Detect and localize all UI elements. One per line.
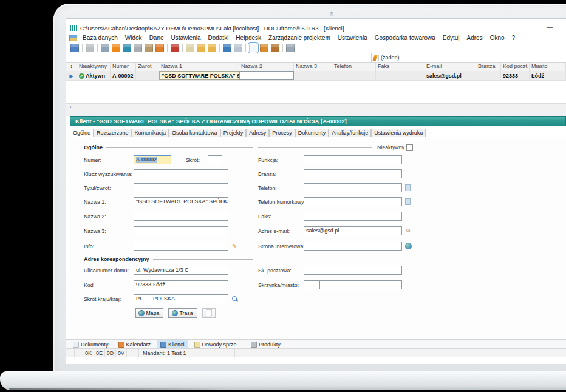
cell-branza[interactable] bbox=[476, 71, 501, 80]
scroll-left-button[interactable]: ‹ bbox=[66, 104, 75, 111]
tab-adresy[interactable]: Adresy bbox=[246, 129, 269, 137]
workspace-tab-dowody-sprze[interactable]: Dowody sprze... bbox=[191, 340, 245, 349]
column-header-kod-poczt[interactable]: Kod poczt... bbox=[501, 63, 530, 71]
workspace-tab-dokumenty[interactable]: Dokumenty bbox=[69, 340, 112, 349]
tytul-field-1[interactable] bbox=[134, 183, 163, 192]
menu-item-gospodarka-towarowa[interactable]: Gospodarka towarowa bbox=[371, 35, 439, 41]
print-icon[interactable] bbox=[86, 44, 94, 52]
folder-open-icon[interactable] bbox=[197, 44, 205, 52]
cell-nieaktywny[interactable]: ✓Aktywn bbox=[77, 71, 111, 80]
menu-item-ustawienia[interactable]: Ustawienia bbox=[334, 35, 371, 41]
menu-item-dodatki[interactable]: Dodatki bbox=[204, 35, 232, 41]
menu-item-ustawienia[interactable]: Ustawienia bbox=[168, 35, 205, 41]
notebook-icon[interactable] bbox=[123, 44, 131, 52]
send-email-icon[interactable]: ✉ bbox=[406, 228, 411, 234]
tel-kom-field[interactable] bbox=[304, 197, 402, 206]
tab-osoba-kontaktowa[interactable]: Osoba kontaktowa bbox=[169, 129, 220, 137]
info-field[interactable] bbox=[134, 242, 228, 251]
tab-dokumenty[interactable]: Dokumenty bbox=[295, 129, 329, 137]
tab-procesy[interactable]: Procesy bbox=[269, 129, 295, 137]
menu-item-[interactable]: ? bbox=[508, 35, 519, 41]
menu-item-helpdesk[interactable]: Helpdesk bbox=[232, 35, 265, 41]
workspace-tab-kalendarz[interactable]: Kalendarz bbox=[115, 340, 155, 349]
horizontal-scrollbar[interactable]: ‹ bbox=[66, 103, 566, 112]
numer-field[interactable]: A-00002 bbox=[134, 155, 171, 164]
cell-nazwa-3[interactable] bbox=[294, 71, 332, 80]
tab-analizy-funkcje[interactable]: Analizy/funkcje bbox=[329, 129, 371, 137]
menu-item-dane[interactable]: Dane bbox=[146, 35, 168, 41]
column-header-nazwa-3[interactable]: Nazwa 3 bbox=[294, 63, 332, 71]
kod-field[interactable]: 92333 bbox=[134, 280, 151, 289]
www-field[interactable] bbox=[304, 242, 402, 251]
vcard-icon[interactable] bbox=[101, 44, 109, 52]
skrzynka-field[interactable] bbox=[304, 280, 319, 289]
branza-field[interactable] bbox=[304, 169, 402, 178]
telefon-field[interactable] bbox=[304, 183, 402, 192]
tab-og-lne[interactable]: Ogólne bbox=[70, 129, 94, 137]
cell-e-mail[interactable]: sales@gsd.pl bbox=[424, 71, 476, 80]
email-field[interactable]: sales@gsd.pl bbox=[304, 226, 402, 235]
table-view-icon[interactable] bbox=[249, 44, 257, 52]
cell-numer[interactable]: A-00002 bbox=[111, 71, 136, 80]
sk-pocztowa-field[interactable] bbox=[304, 266, 402, 275]
copy-address-button[interactable] bbox=[202, 308, 216, 318]
column-header-faks[interactable]: Faks bbox=[376, 63, 424, 71]
kraj-field[interactable]: POLSKA bbox=[151, 294, 228, 303]
menu-item-edytuj[interactable]: Edytuj bbox=[439, 35, 463, 41]
ulica-field[interactable]: ul. Wydawnicza 1/3 C bbox=[134, 266, 228, 275]
column-header-zwrot[interactable]: Zwrot bbox=[136, 63, 159, 71]
folder-export-icon[interactable] bbox=[208, 44, 216, 52]
minimize-button[interactable]: — bbox=[547, 24, 553, 30]
column-header-branza[interactable]: Branza bbox=[476, 63, 501, 71]
dial-phone-icon[interactable] bbox=[405, 184, 411, 191]
nazwa2-field[interactable] bbox=[134, 212, 228, 221]
paperclip-icon[interactable] bbox=[134, 44, 142, 52]
open-website-icon[interactable] bbox=[406, 243, 411, 249]
cell-zwrot[interactable] bbox=[136, 71, 159, 80]
user-card-icon[interactable] bbox=[286, 44, 295, 52]
nazwa3-field[interactable] bbox=[134, 226, 228, 235]
column-header-numer[interactable]: Numer bbox=[111, 63, 136, 71]
cell-miasto[interactable]: Łódź bbox=[530, 71, 566, 80]
cell-telefon[interactable] bbox=[332, 71, 376, 80]
new-document-icon[interactable] bbox=[186, 44, 194, 52]
phone-icon[interactable] bbox=[171, 44, 179, 52]
contact-user-icon[interactable] bbox=[70, 44, 79, 52]
calendar-icon[interactable] bbox=[155, 44, 164, 52]
menu-item-okno[interactable]: Okno bbox=[486, 35, 508, 41]
workspace-tab-klienci[interactable]: Klienci bbox=[157, 340, 188, 349]
tab-projekty[interactable]: Projekty bbox=[220, 129, 247, 137]
row-selector-arrow[interactable]: ▶ bbox=[66, 71, 77, 80]
cell-nazwa-1[interactable]: "GSD SOFTWARE POLSKA" SPÓŁKA Z O bbox=[159, 71, 239, 80]
menu-item-widok[interactable]: Widok bbox=[121, 35, 146, 41]
funkcja-field[interactable] bbox=[304, 155, 402, 164]
menu-item-zarz-dzanie-projektem[interactable]: Zarządzanie projektem bbox=[265, 35, 334, 41]
user-export-icon[interactable] bbox=[260, 44, 268, 52]
cell-nazwa-2[interactable] bbox=[239, 71, 294, 80]
klucz-field[interactable] bbox=[134, 169, 228, 178]
dial-mobile-icon[interactable] bbox=[405, 198, 411, 205]
workspace-tab-produkty[interactable]: Produkty bbox=[247, 340, 284, 349]
search-icon[interactable] bbox=[223, 44, 231, 52]
edit-pencil-icon[interactable]: ✎ bbox=[232, 243, 237, 249]
menu-item-baza-danych[interactable]: Baza danych bbox=[79, 35, 121, 41]
cell-kod-poczt[interactable]: 92333 bbox=[501, 71, 530, 80]
filter-box[interactable]: (żaden) bbox=[371, 53, 566, 62]
kraj-skrot-field[interactable]: PL bbox=[134, 294, 151, 303]
tab-komunikacja[interactable]: Komunikacja bbox=[132, 129, 169, 137]
tab-ustawienia-wydruku[interactable]: Ustawienia wydruku bbox=[371, 129, 426, 137]
user-import-icon[interactable] bbox=[271, 44, 279, 52]
column-header-nazwa-2[interactable]: Nazwa 2 bbox=[239, 63, 294, 71]
inactive-checkbox[interactable] bbox=[406, 144, 413, 151]
faks-field[interactable] bbox=[304, 212, 402, 221]
country-search-icon[interactable] bbox=[232, 296, 237, 302]
menu-item-adres[interactable]: Adres bbox=[463, 35, 486, 41]
trasa-button[interactable]: Trasa bbox=[168, 308, 197, 318]
tytul-field-2[interactable] bbox=[163, 183, 228, 192]
address-book-icon[interactable] bbox=[145, 44, 153, 52]
nazwa1-field[interactable]: "GSD SOFTWARE POLSKA" SPÓŁKA Z OGRANI bbox=[134, 197, 228, 206]
column-header-nazwa-1[interactable]: Nazwa 1 bbox=[159, 63, 239, 71]
skrzynka-miasto-field[interactable] bbox=[319, 280, 402, 289]
sort-column-icon[interactable]: ↕ bbox=[66, 63, 77, 71]
skrot-field[interactable] bbox=[208, 155, 222, 164]
